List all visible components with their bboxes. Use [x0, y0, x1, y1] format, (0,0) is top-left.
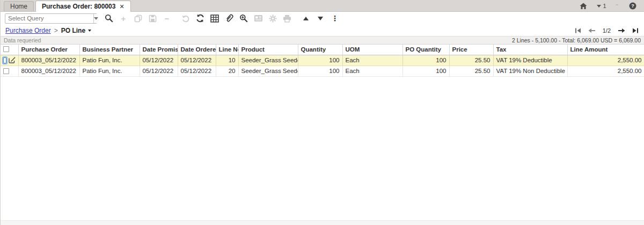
tab-purchase-order-label: Purchase Order: 800003	[42, 3, 115, 10]
cell-line-no[interactable]: 10	[216, 55, 238, 66]
more-options-icon[interactable]: ⋮	[330, 13, 340, 23]
cell-quantity[interactable]: 100	[298, 55, 342, 66]
cell-po-quantity[interactable]: 100	[402, 66, 449, 76]
toolbar: + −	[1, 12, 644, 25]
cell-date-ordered[interactable]: 05/12/2022	[178, 66, 216, 76]
previous-page-icon[interactable]	[588, 28, 596, 33]
cell-tax[interactable]: VAT 19% Non Deductible	[493, 66, 567, 76]
cell-price[interactable]: 25.50	[449, 66, 493, 76]
breadcrumb-link-purchase-order[interactable]: Purchase Order	[5, 27, 51, 34]
report-icon[interactable]	[253, 13, 263, 23]
open-windows-count: 1	[603, 3, 606, 9]
cell-business-partner[interactable]: Patio Fun, Inc.	[79, 55, 140, 66]
col-date-promised[interactable]: Date Promised	[140, 45, 178, 55]
cell-purchase-order[interactable]: 800003_05/12/2022	[18, 66, 79, 76]
process-gear-icon[interactable]	[268, 13, 277, 23]
next-page-icon[interactable]	[618, 28, 625, 33]
table-row[interactable]: 800003_05/12/2022 Patio Fun, Inc. 05/12/…	[1, 66, 644, 76]
app-window: Home Purchase Order: 800003 ✕ 1 ⌃ ?	[0, 0, 644, 225]
save-icon[interactable]	[148, 13, 157, 23]
attachment-icon[interactable]	[224, 13, 234, 23]
po-line-table: Purchase Order Business Partner Date Pro…	[1, 45, 644, 77]
cell-price[interactable]: 25.50	[449, 55, 493, 66]
col-price[interactable]: Price	[449, 45, 493, 55]
cell-uom[interactable]: Each	[342, 66, 402, 76]
select-query-combobox	[5, 13, 97, 24]
totals-summary: 2 Lines - 5,100.00 - Total: 6,069.00 USD…	[512, 37, 641, 43]
tab-purchase-order[interactable]: Purchase Order: 800003 ✕	[35, 1, 131, 12]
breadcrumb-separator: >	[54, 27, 58, 34]
cell-line-amount[interactable]: 2,550.00	[567, 66, 644, 76]
col-line-no[interactable]: Line No	[216, 45, 238, 55]
help-icon[interactable]: ?	[628, 1, 638, 11]
cell-po-quantity[interactable]: 100	[402, 55, 449, 66]
page-indicator: 1/2	[603, 27, 611, 34]
tab-home-label: Home	[10, 3, 27, 10]
cell-uom[interactable]: Each	[342, 55, 402, 66]
cell-date-ordered[interactable]: 05/12/2022	[178, 55, 216, 66]
col-tax[interactable]: Tax	[493, 45, 567, 55]
row-select-checkbox[interactable]	[3, 57, 6, 63]
svg-text:?: ?	[631, 3, 634, 9]
cell-business-partner[interactable]: Patio Fun, Inc.	[79, 66, 140, 76]
status-message: Data requeried	[4, 37, 41, 43]
select-all-header	[1, 45, 18, 55]
status-bar: Data requeried 2 Lines - 5,100.00 - Tota…	[1, 36, 644, 45]
search-icon[interactable]	[104, 13, 114, 23]
query-dropdown-button[interactable]	[93, 14, 98, 23]
breadcrumb: Purchase Order > PO Line 1/2	[1, 25, 644, 36]
cell-line-amount[interactable]: 2,550.00	[567, 55, 644, 66]
col-line-amount[interactable]: Line Amount	[567, 45, 644, 55]
row-select-cell	[1, 66, 18, 76]
breadcrumb-current-label: PO Line	[61, 27, 85, 34]
nav-down-icon[interactable]	[316, 13, 325, 23]
table-header-row: Purchase Order Business Partner Date Pro…	[1, 45, 644, 55]
close-tab-icon[interactable]: ✕	[119, 4, 124, 10]
col-po-quantity[interactable]: PO Quantity	[402, 45, 449, 55]
copy-record-icon[interactable]	[133, 13, 143, 23]
col-date-ordered[interactable]: Date Ordered	[178, 45, 216, 55]
first-page-icon[interactable]	[575, 28, 581, 33]
undo-icon[interactable]	[181, 13, 191, 23]
row-select-cell	[1, 55, 18, 66]
cell-tax[interactable]: VAT 19% Deductible	[493, 55, 567, 66]
breadcrumb-current-po-line[interactable]: PO Line	[61, 27, 91, 34]
requery-icon[interactable]	[195, 13, 205, 23]
tab-home[interactable]: Home	[4, 1, 34, 11]
collapse-header-icon[interactable]: ⌃	[615, 3, 619, 9]
col-purchase-order[interactable]: Purchase Order	[18, 45, 79, 55]
cell-product[interactable]: Seeder_Grass Seeder	[238, 66, 298, 76]
col-business-partner[interactable]: Business Partner	[79, 45, 140, 55]
table-row[interactable]: 800003_05/12/2022 Patio Fun, Inc. 05/12/…	[1, 55, 644, 66]
cell-date-promised[interactable]: 05/12/2022	[140, 55, 178, 66]
tab-bar: Home Purchase Order: 800003 ✕ 1 ⌃ ?	[1, 0, 644, 12]
home-icon[interactable]	[579, 1, 588, 11]
new-record-icon[interactable]: +	[119, 13, 128, 23]
nav-up-icon[interactable]	[301, 13, 311, 23]
cell-date-promised[interactable]: 05/12/2022	[140, 66, 178, 76]
grid-toggle-icon[interactable]	[210, 13, 219, 23]
col-quantity[interactable]: Quantity	[298, 45, 342, 55]
col-product[interactable]: Product	[238, 45, 298, 55]
col-uom[interactable]: UOM	[342, 45, 402, 55]
cell-purchase-order[interactable]: 800003_05/12/2022	[18, 55, 79, 66]
window-footer	[1, 220, 644, 225]
edit-record-icon[interactable]	[9, 56, 16, 64]
cell-line-no[interactable]: 20	[216, 66, 238, 76]
row-select-checkbox[interactable]	[3, 68, 9, 74]
zoom-across-icon[interactable]	[239, 13, 248, 23]
chevron-down-icon	[597, 5, 601, 8]
last-page-icon[interactable]	[632, 28, 639, 33]
delete-record-icon[interactable]: −	[162, 13, 172, 23]
chevron-down-icon	[94, 17, 98, 20]
select-all-checkbox[interactable]	[3, 46, 9, 52]
print-icon[interactable]	[282, 13, 292, 23]
cell-quantity[interactable]: 100	[298, 66, 342, 76]
toolbar-buttons: + −	[104, 13, 340, 23]
cell-product[interactable]: Seeder_Grass Seeder	[238, 55, 298, 66]
window-header-actions: 1 ⌃ ?	[579, 0, 638, 12]
chevron-down-icon	[88, 30, 91, 32]
record-pagination: 1/2	[575, 25, 639, 36]
open-windows-dropdown[interactable]: 1	[597, 3, 606, 9]
select-query-input[interactable]	[5, 14, 93, 23]
